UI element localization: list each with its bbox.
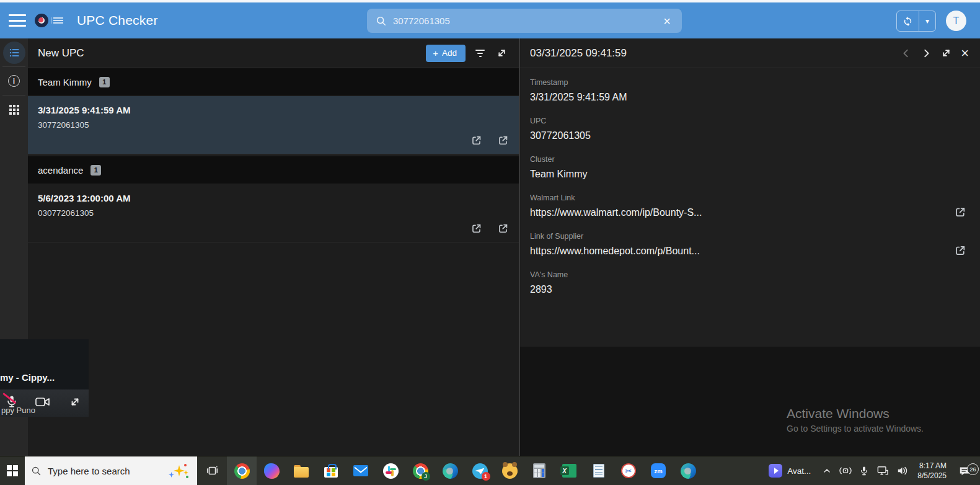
call-title: my - Cippy... [0,372,55,383]
menu-icon[interactable] [9,14,26,27]
search-input[interactable] [393,16,661,26]
field-value-link[interactable]: https://www.walmart.com/ip/Bounty-S... [530,207,970,218]
speaker-icon [896,465,909,476]
excel-icon: X [562,464,576,478]
camera-button[interactable] [35,396,51,411]
taskbar-mail-button[interactable] [346,456,376,485]
header-search[interactable]: × [367,9,682,33]
participant-name: ppy Puno [1,406,35,415]
avatar[interactable]: T [946,11,966,31]
network-tray-button[interactable] [875,464,890,478]
sync-button-group: ▾ [896,11,936,32]
chevron-left-icon [901,48,912,59]
filter-button[interactable] [474,48,486,58]
notification-count-badge: 26 [967,463,979,475]
media-label: Avat... [787,466,811,476]
taskbar-file-explorer-button[interactable] [286,456,316,485]
taskbar-copilot-button[interactable] [257,456,286,485]
app-header: UPC Checker × ▾ T [0,2,980,38]
telegram-icon: 1 [472,463,488,479]
search-icon [376,16,387,27]
sidebar-item-list-view[interactable] [0,38,28,66]
grid-icon [9,105,19,115]
selected-highlight [3,42,25,64]
microphone-tray-button[interactable] [858,464,870,478]
taskbar-telegram-button[interactable]: 1 [465,456,495,485]
list-item[interactable]: 5/6/2023 12:00:00 AM 030772061305 [28,184,519,242]
add-button[interactable]: + Add [426,45,466,62]
open-supplier-link-button[interactable] [953,243,968,260]
snipping-tool-icon: ✂ [621,463,636,478]
sidebar-item-info[interactable]: i [0,67,28,95]
camera-in-use-button[interactable] [838,464,853,478]
tray-time: 8:17 AM [917,461,947,471]
play-icon [769,464,782,478]
group-name: Team Kimmy [38,77,92,87]
media-session-button[interactable]: Avat... [769,464,811,478]
open-walmart-link-button[interactable] [469,133,483,148]
taskbar-notepad-button[interactable] [584,456,614,485]
start-button[interactable] [0,456,25,485]
file-explorer-icon [294,467,309,478]
clear-search-icon[interactable]: × [661,14,673,29]
field-value-link[interactable]: https://www.homedepot.com/p/Bount... [530,246,970,257]
previous-record-button[interactable] [899,47,913,60]
taskbar-edge-button[interactable] [435,456,465,485]
expand-list-button[interactable] [495,46,509,60]
taskbar-store-button[interactable] [316,456,346,485]
profile-dot [446,468,453,474]
panel-title: New UPC [38,47,84,60]
sync-dropdown-button[interactable]: ▾ [919,11,935,31]
tray-clock[interactable]: 8:17 AM 8/5/2025 [917,461,947,481]
volume-tray-button[interactable] [895,464,910,478]
group-header[interactable]: acendance 1 [28,156,519,184]
list-item[interactable]: 3/31/2025 9:41:59 AM 30772061305 [28,96,519,154]
taskbar-zoom-button[interactable]: zm [643,456,673,485]
sync-icon [903,16,913,27]
hidden-icons-button[interactable] [821,465,833,477]
taskbar-bear-app-button[interactable] [495,456,524,485]
list-panel-actions: + Add [426,45,509,62]
field-value: 2893 [530,284,970,295]
notification-center-button[interactable]: 26 [954,465,975,476]
detail-content-area: 03/31/2025 09:41:59 × [520,38,980,347]
taskbar-excel-button[interactable]: X [554,456,584,485]
external-link-icon [954,206,966,218]
expand-detail-button[interactable] [939,46,953,60]
taskbar-calculator-button[interactable] [524,456,554,485]
open-supplier-link-button[interactable] [496,221,510,236]
chevron-up-icon [822,466,832,476]
taskbar-chrome-button[interactable] [227,456,257,485]
excel-letter: X [560,466,569,475]
next-record-button[interactable] [919,47,933,60]
expand-call-button[interactable] [69,396,81,411]
expand-icon [940,47,952,59]
close-icon: × [961,47,969,60]
sync-button[interactable] [897,11,919,31]
item-actions [469,221,510,236]
taskbar-slack-button[interactable] [376,456,405,485]
system-tray: Avat... [769,456,980,485]
taskbar-search[interactable]: Type here to search [25,456,197,485]
open-walmart-link-button[interactable] [469,221,483,236]
slack-icon [383,463,399,479]
app-title: UPC Checker [77,13,158,28]
group-count-badge: 1 [90,165,101,176]
taskbar-edge-profile-button[interactable] [673,456,703,485]
bear-app-icon [502,463,518,479]
open-walmart-link-button[interactable] [953,205,968,221]
field-timestamp: Timestamp 3/31/2025 9:41:59 AM [530,78,970,103]
field-cluster: Cluster Team Kimmy [530,155,970,180]
task-view-button[interactable] [197,456,227,485]
sidebar-item-apps-grid[interactable] [0,96,28,123]
call-overlay-window[interactable]: my - Cippy... ppy Puno [0,339,89,417]
taskbar-snipping-tool-button[interactable]: ✂ [614,456,643,485]
detail-panel-header: 03/31/2025 09:41:59 × [520,38,980,68]
taskbar-chrome-profile-button[interactable]: J [405,456,435,485]
detail-panel: 03/31/2025 09:41:59 × [519,38,980,456]
mail-icon [353,465,368,476]
open-supplier-link-button[interactable] [496,133,510,148]
camera-tray-icon [839,465,852,476]
group-header[interactable]: Team Kimmy 1 [28,68,519,96]
close-detail-button[interactable]: × [960,45,970,61]
